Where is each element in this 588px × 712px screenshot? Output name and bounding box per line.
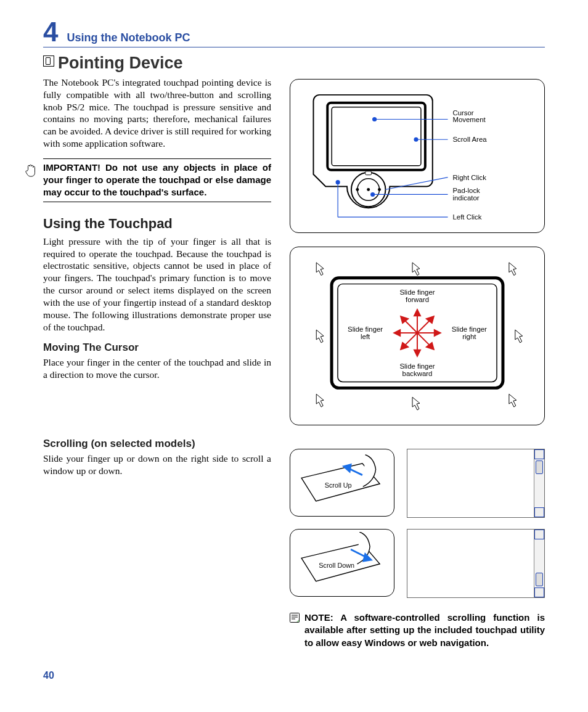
svg-marker-41 [364,554,371,561]
moving-body: Place your finger in the center of the t… [43,356,271,381]
scrollbar-down-arrow-icon[interactable] [534,587,544,597]
cursor-direction-diagram: Slide fingerforward Slide fingerleft Sli… [290,247,545,425]
using-body: Light pressure with the tip of your fing… [43,235,271,333]
hand-stop-icon [25,163,38,179]
svg-line-28 [404,319,417,333]
svg-point-5 [356,188,359,191]
svg-point-10 [414,137,418,141]
label-right: Slide fingerright [452,325,487,340]
label-forward: Slide fingerforward [399,288,435,303]
svg-rect-0 [327,103,425,170]
label-left-click: Left Click [452,213,481,221]
note-icon [290,613,300,623]
important-callout: IMPORTANT! Do not use any objects in pla… [43,158,271,202]
svg-rect-1 [332,107,421,166]
svg-marker-25 [394,330,400,336]
section-heading-moving: Moving The Cursor [43,342,271,354]
note-callout: NOTE: A software-controlled scrolling fu… [290,612,545,649]
label-scroll-down: Scroll Down [319,562,354,569]
important-text: IMPORTANT! Do not use any objects in pla… [43,162,271,199]
svg-marker-23 [414,350,420,356]
label-scroll-area: Scroll Area [452,136,487,143]
page-number: 40 [43,670,54,681]
svg-point-8 [373,118,377,121]
label-left: Slide fingerleft [348,325,383,340]
svg-line-34 [417,333,431,346]
svg-marker-21 [414,309,420,316]
scroll-down-diagram: Scroll Down [290,529,394,597]
section-heading-pointing: Pointing Device [43,54,545,73]
scrollbar-up-arrow-icon[interactable] [534,530,544,539]
chapter-title: Using the Notebook PC [67,31,190,44]
section-heading-scrolling: Scrolling (on selected models) [43,438,271,450]
pointing-body: The Notebook PC's integrated touchpad po… [43,76,271,150]
scrollbar-thumb[interactable] [536,460,543,474]
svg-marker-38 [344,465,351,472]
scrollbar[interactable] [534,530,544,597]
svg-point-13 [371,192,375,196]
svg-marker-27 [435,330,441,336]
label-cursor-movement: CursorMovement [452,109,486,124]
svg-point-6 [367,188,370,191]
scroll-down-window [407,529,545,598]
touchpad-callout-diagram: CursorMovement Scroll Area Right Click P… [290,79,545,233]
svg-point-7 [378,188,381,191]
heading-text: Pointing Device [58,54,183,73]
chapter-number: 4 [43,18,58,46]
scrollbar[interactable] [534,449,544,517]
svg-line-32 [404,333,417,346]
svg-line-12 [385,178,447,190]
label-right-click: Right Click [452,174,486,181]
scroll-up-diagram: Scroll Up [290,449,394,517]
scrollbar-down-arrow-icon[interactable] [534,507,544,517]
section-heading-using: Using the Touchpad [43,216,271,232]
scrolling-body: Slide your finger up or down on the righ… [43,452,271,477]
chapter-header: 4 Using the Notebook PC [43,18,545,47]
scrollbar-thumb[interactable] [536,573,543,586]
scroll-up-window [407,449,545,518]
label-padlock: Pad-lockindicator [452,187,480,202]
touchpad-section-icon [43,55,54,67]
svg-rect-4 [365,171,372,175]
label-scroll-up: Scroll Up [325,481,352,489]
label-backward: Slide fingerbackward [399,362,435,377]
note-text: NOTE: A software-controlled scrolling fu… [304,612,545,649]
scrollbar-up-arrow-icon[interactable] [534,449,544,459]
svg-line-30 [417,319,431,333]
